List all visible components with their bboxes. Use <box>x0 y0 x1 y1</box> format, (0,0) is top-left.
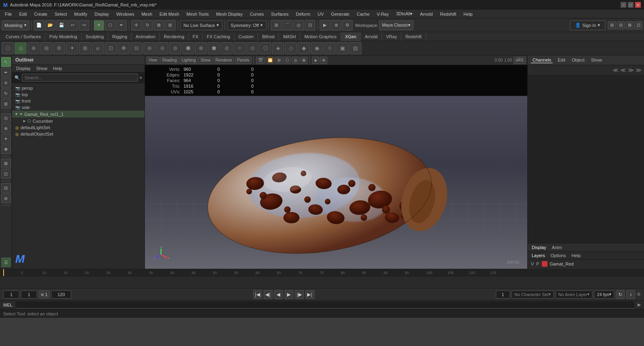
shelf-icon-10[interactable]: ✤ <box>118 42 130 54</box>
workspace-dropdown[interactable]: Maya Classic▾ <box>379 21 413 30</box>
shelf-icon-8[interactable]: ⌀ <box>92 42 104 54</box>
menu-mesh[interactable]: Mesh <box>138 11 155 17</box>
menu-3dtoall[interactable]: 3DtoAll▾ <box>393 10 416 17</box>
snap-tool[interactable]: ⊟ <box>1 183 11 193</box>
menu-curves[interactable]: Curves <box>247 11 267 17</box>
shelf-icon-13[interactable]: ⊝ <box>156 42 168 54</box>
go-start-btn[interactable]: |◀ <box>253 290 262 299</box>
menu-redshift[interactable]: Redshift <box>437 11 459 17</box>
shelf-tab-arnold[interactable]: Arnold <box>361 32 382 41</box>
shelf-tab-curves[interactable]: Curves / Surfaces <box>2 32 45 41</box>
vp-panels-menu[interactable]: Panels <box>235 57 252 64</box>
search-input[interactable] <box>22 74 138 82</box>
layout-btn-3[interactable]: ⊠ <box>625 21 634 29</box>
tree-item-lightset[interactable]: ◎ defaultLightSet <box>12 124 144 131</box>
shelf-icon-19[interactable]: ✧ <box>233 42 246 54</box>
search-expand-icon[interactable]: ▾ <box>140 75 142 80</box>
vp-view-menu[interactable]: View <box>147 57 159 64</box>
fps-display[interactable]: 24 fps ▾ <box>594 290 614 299</box>
shelf-icon-4[interactable]: ⊞ <box>40 42 52 54</box>
channels-tab[interactable]: Channels <box>531 57 553 63</box>
shelf-tab-rendering[interactable]: Rendering <box>160 32 189 41</box>
open-scene-btn[interactable]: 📂 <box>45 20 56 31</box>
layout-tool[interactable]: ⊡ <box>1 169 11 179</box>
play-back-btn[interactable]: ◀ <box>274 290 283 299</box>
shelf-icon-5[interactable]: ⚙ <box>53 42 65 54</box>
paint-select-tool[interactable]: ✒ <box>1 68 11 77</box>
shelf-icon-21[interactable]: ⬠ <box>259 42 271 54</box>
no-char-set[interactable]: No Character Set ▾ <box>512 290 554 299</box>
vp-wireframe-btn[interactable]: ⬡ <box>283 57 291 64</box>
outliner-menu-help[interactable]: Help <box>51 66 65 71</box>
rotate-btn[interactable]: ↻ <box>142 20 153 31</box>
shelf-icon-22[interactable]: ◈ <box>272 42 284 54</box>
vp-textured-btn[interactable]: ⊠ <box>300 57 308 64</box>
step-back-btn[interactable]: ◀| <box>264 290 272 299</box>
start-frame-input[interactable] <box>3 290 19 299</box>
ipr-btn[interactable]: ⊕ <box>331 20 341 31</box>
vp-isolate-btn[interactable]: ◈ <box>312 57 319 64</box>
menu-uv[interactable]: UV <box>314 11 327 17</box>
shelf-icon-23[interactable]: ◇ <box>285 42 297 54</box>
vp-srgb-btn[interactable]: sRG <box>514 57 526 64</box>
tree-item-side[interactable]: 📷 side <box>12 104 144 111</box>
shelf-icon-11[interactable]: ⊟ <box>130 42 142 54</box>
menu-modify[interactable]: Modify <box>71 11 90 17</box>
snap-grid-btn[interactable]: ⊞ <box>271 20 281 31</box>
rpanel-icon-1[interactable]: ≪ <box>613 67 619 73</box>
shelf-icon-15[interactable]: ⬢ <box>182 42 194 54</box>
select-tool-btn[interactable]: ✦ <box>94 20 104 31</box>
menu-help[interactable]: Help <box>460 11 476 17</box>
current-frame-input[interactable] <box>21 290 37 299</box>
paint-weight-tool[interactable]: ✤ <box>1 144 11 154</box>
shelf-icon-14[interactable]: ⊜ <box>169 42 181 54</box>
vp-show-menu[interactable]: Show <box>198 57 213 64</box>
shelf-tab-fxcaching[interactable]: FX Caching <box>203 32 234 41</box>
shelf-icon-28[interactable]: ▤ <box>349 42 361 54</box>
symmetry-btn[interactable]: Symmetry: Off ▾ <box>227 21 266 30</box>
no-anim-layer[interactable]: No Anim Layer ▾ <box>555 290 592 299</box>
universal-btn[interactable]: ⊞ <box>165 20 175 31</box>
redo-btn[interactable]: ↪ <box>79 20 89 31</box>
sign-in-button[interactable]: 👤 Sign In ▾ <box>570 21 605 30</box>
show-tab[interactable]: Show <box>589 57 604 63</box>
step-fwd-btn[interactable]: |▶ <box>295 290 304 299</box>
vp-xray-btn[interactable]: ⊕ <box>320 57 327 64</box>
shelf-tab-bifrost[interactable]: Bifrost <box>258 32 279 41</box>
menu-create[interactable]: Create <box>31 11 51 17</box>
rotate-tool[interactable]: ↻ <box>1 89 11 98</box>
cluster-tool[interactable]: ⊕ <box>1 124 11 133</box>
menu-generate[interactable]: Generate <box>328 11 353 17</box>
paint-btn[interactable]: ✒ <box>116 20 127 31</box>
menu-edit[interactable]: Edit <box>16 11 30 17</box>
vp-film-btn[interactable]: 🎦 <box>266 57 275 64</box>
shelf-icon-27[interactable]: ▣ <box>336 42 349 54</box>
shelf-tab-sculpting[interactable]: Sculpting <box>82 32 108 41</box>
playback-start-input[interactable] <box>496 290 510 299</box>
anim-tab[interactable]: Anim <box>550 245 564 250</box>
soft-mod-tool[interactable]: ◎ <box>1 113 11 123</box>
shelf-tab-rigging[interactable]: Rigging <box>108 32 132 41</box>
audio-btn[interactable]: ♪ <box>626 290 635 299</box>
vp-shading-menu[interactable]: Shading <box>160 57 179 64</box>
new-scene-btn[interactable]: 📄 <box>34 20 44 31</box>
tree-item-gamat[interactable]: ▾ ✦ Gamat_Red_ncl1_1 <box>12 111 144 117</box>
undo-btn[interactable]: ↩ <box>68 20 78 31</box>
layout-btn-4[interactable]: ⊡ <box>634 21 642 29</box>
list-tool[interactable]: ☰ <box>1 257 11 267</box>
viewport-canvas[interactable]: X Y Z persp <box>145 96 527 269</box>
shelf-icon-6[interactable]: ✦ <box>66 42 78 54</box>
shelf-icon-12[interactable]: ⊛ <box>143 42 155 54</box>
shelf-icon-25[interactable]: ◉ <box>311 42 323 54</box>
shelf-icon-18[interactable]: ⊘ <box>221 42 233 54</box>
shelf-tab-animation[interactable]: Animation <box>132 32 160 41</box>
render-btn[interactable]: ▶ <box>320 20 330 31</box>
tree-item-top[interactable]: 📷 top <box>12 91 144 98</box>
layer-v-btn[interactable]: V <box>531 262 534 266</box>
menu-display[interactable]: Display <box>91 11 112 17</box>
outliner-menu-display[interactable]: Display <box>14 66 33 71</box>
menu-surfaces[interactable]: Surfaces <box>268 11 292 17</box>
snap-view-btn[interactable]: ⊡ <box>305 20 315 31</box>
joint-tool[interactable]: ✦ <box>1 134 11 144</box>
shelf-icon-1[interactable]: ⬡ <box>2 42 14 54</box>
